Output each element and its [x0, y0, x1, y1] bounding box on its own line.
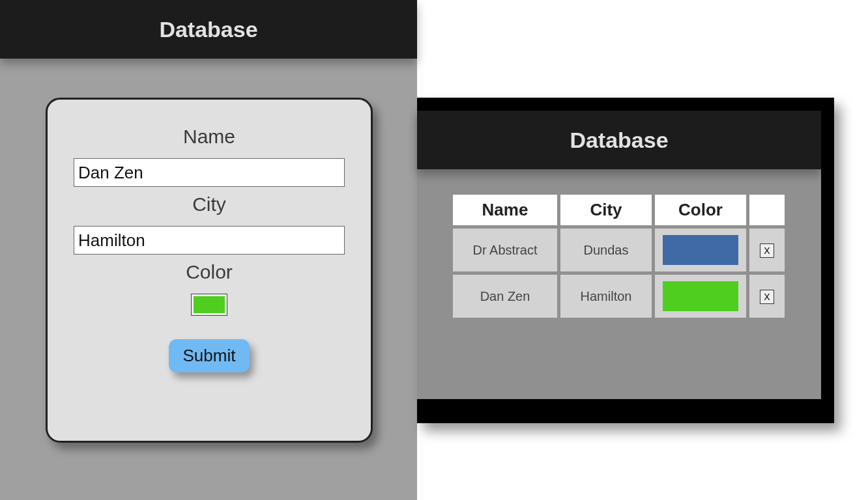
form-window: Database Name City Color Submit	[0, 0, 417, 500]
cell-color	[655, 229, 746, 271]
name-label: Name	[183, 126, 235, 148]
table-window-title: Database	[417, 111, 821, 169]
table-row: Dan ZenHamiltonX	[453, 275, 785, 318]
submit-button[interactable]: Submit	[169, 339, 250, 372]
cell-city: Dundas	[560, 229, 652, 271]
table-body: Name City Color Dr AbstractDundasXDan Ze…	[417, 169, 821, 399]
city-input[interactable]	[74, 226, 345, 255]
color-label: Color	[186, 261, 233, 283]
city-label: City	[192, 193, 226, 215]
cell-color	[655, 275, 746, 318]
col-action	[749, 195, 785, 225]
cell-name: Dr Abstract	[453, 229, 557, 271]
table-window: Database Name City Color Dr AbstractDund…	[417, 111, 821, 399]
cell-name: Dan Zen	[453, 275, 557, 318]
color-input[interactable]	[191, 294, 227, 316]
cell-action: X	[749, 275, 785, 318]
delete-row-button[interactable]: X	[760, 243, 774, 258]
form-window-title: Database	[0, 0, 417, 59]
col-city: City	[560, 195, 652, 225]
color-swatch-icon	[194, 296, 225, 313]
row-color-icon	[663, 235, 738, 265]
name-input[interactable]	[74, 158, 345, 187]
delete-row-button[interactable]: X	[760, 290, 774, 304]
records-table: Name City Color Dr AbstractDundasXDan Ze…	[450, 191, 788, 321]
row-color-icon	[663, 281, 738, 311]
table-window-shadow: Database Name City Color Dr AbstractDund…	[417, 98, 834, 423]
cell-city: Hamilton	[560, 275, 652, 318]
col-name: Name	[453, 195, 557, 225]
input-form-card: Name City Color Submit	[46, 98, 373, 443]
col-color: Color	[655, 195, 746, 225]
table-row: Dr AbstractDundasX	[453, 229, 785, 271]
cell-action: X	[749, 229, 785, 271]
